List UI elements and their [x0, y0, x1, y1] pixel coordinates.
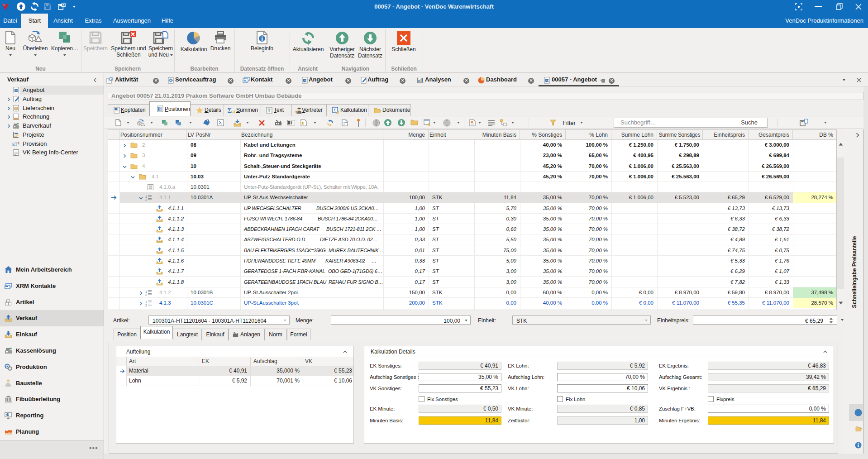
svg-text:2: 2 — [145, 198, 147, 201]
svg-text:2: 2 — [145, 293, 147, 296]
svg-text:1: 1 — [145, 301, 147, 304]
svg-text:€: € — [302, 121, 304, 125]
svg-text:T: T — [267, 108, 270, 113]
svg-text:Σ: Σ — [334, 108, 336, 112]
svg-text:1: 1 — [145, 195, 147, 198]
svg-text:2: 2 — [145, 304, 147, 307]
svg-text:Σ: Σ — [228, 107, 232, 114]
svg-text:1: 1 — [145, 290, 147, 293]
